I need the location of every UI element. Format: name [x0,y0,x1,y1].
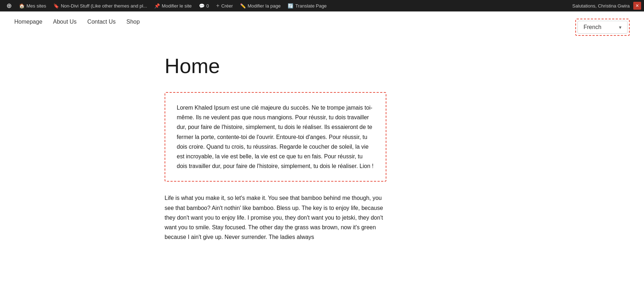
close-bar-button[interactable]: ✕ [633,2,641,10]
chevron-down-icon: ▾ [619,24,621,30]
wp-logo-item[interactable]: ⊕ [3,0,15,11]
modifier-site-label: Modifier le site [162,3,192,9]
creer-item[interactable]: + Créer [213,0,236,11]
mes-sites-label: Mes sites [26,3,46,9]
wp-logo-icon: ⊕ [6,2,12,10]
language-selector-wrapper: French ▾ [575,19,630,36]
non-divi-label: Non-Divi Stuff (Like other themes and pl… [61,3,147,9]
site-nav: Homepage About Us Contact Us Shop French… [0,11,644,32]
translate-page-label: Translate Page [295,3,327,9]
selected-language: French [584,24,601,30]
page-title: Home [165,54,415,78]
main-content: Home Lorem Khaled Ipsum est une clé maje… [0,32,429,256]
greeting-text: Salutations, Christina Gwira [569,3,633,9]
mes-sites-item[interactable]: 🏠 Mes sites [15,0,50,11]
nav-contact-us[interactable]: Contact Us [87,19,116,25]
modifier-page-label: Modifier la page [248,3,281,9]
plus-icon: + [216,3,219,9]
home-icon: 🏠 [19,3,25,9]
modifier-page-item[interactable]: ✏️ Modifier la page [236,0,284,11]
creer-label: Créer [221,3,233,9]
modifier-site-item[interactable]: 📌 Modifier le site [151,0,195,11]
admin-bar-right: Salutations, Christina Gwira ✕ [569,2,641,10]
nav-shop[interactable]: Shop [126,19,140,25]
edit-icon: ✏️ [240,3,246,9]
comments-count: 0 [206,3,209,9]
admin-bar: ⊕ 🏠 Mes sites 🔖 Non-Divi Stuff (Like oth… [0,0,644,11]
nav-about-us[interactable]: About Us [53,19,77,25]
normal-paragraph-text: Life is what you make it, so let's make … [165,193,386,242]
bookmark-icon: 🔖 [53,3,59,9]
translate-page-item[interactable]: 🔄 Translate Page [284,0,330,11]
comments-item[interactable]: 💬 0 [195,0,213,11]
language-selector[interactable]: French ▾ [577,21,628,34]
translated-paragraph-block: Lorem Khaled Ipsum est une clé majeure d… [165,92,386,182]
normal-paragraph-block: Life is what you make it, so let's make … [165,193,386,242]
translated-paragraph-text: Lorem Khaled Ipsum est une clé majeure d… [177,103,374,171]
pin-icon: 📌 [154,3,160,9]
nav-homepage[interactable]: Homepage [14,19,42,25]
comment-icon: 💬 [199,3,205,9]
non-divi-item[interactable]: 🔖 Non-Divi Stuff (Like other themes and … [50,0,151,11]
translate-icon: 🔄 [288,3,293,9]
nav-links: Homepage About Us Contact Us Shop [14,19,140,25]
